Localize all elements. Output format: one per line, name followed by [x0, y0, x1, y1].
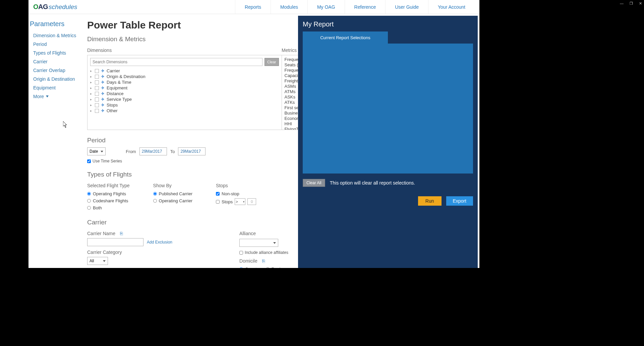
export-button[interactable]: Export [446, 196, 473, 206]
dimension-tree-item[interactable]: ▸✈Carrier [90, 68, 279, 74]
dimension-tree-item[interactable]: ▸✈Days & Time [90, 79, 279, 85]
stops-operator-select[interactable]: > [235, 198, 245, 205]
tree-item-label: Distance [107, 91, 124, 96]
add-carrier-icon[interactable]: ⎘ [120, 231, 123, 236]
nav-modules[interactable]: Modules [271, 0, 307, 14]
tree-item-label: Stops [107, 102, 118, 108]
alliance-select[interactable] [239, 239, 278, 247]
tree-checkbox[interactable] [95, 103, 99, 107]
stops-op-value: > [236, 200, 238, 204]
carrier-name-label: Carrier Name [87, 231, 115, 236]
tree-caret-icon: ▸ [90, 97, 93, 101]
logo-o: O [33, 3, 38, 10]
dimensions-label: Dimensions [87, 48, 282, 53]
tree-checkbox[interactable] [95, 69, 99, 73]
tree-caret-icon: ▸ [90, 109, 93, 113]
period-mode-select[interactable]: Date [87, 147, 106, 155]
domicile-country-label: Country [245, 267, 260, 268]
stops-count-input[interactable] [247, 198, 256, 205]
from-date-input[interactable] [139, 147, 167, 155]
nav-reports[interactable]: Reports [235, 0, 271, 14]
nav-your-account[interactable]: Your Account [428, 0, 475, 14]
sidebar-item-equipment[interactable]: Equipment [30, 83, 84, 92]
dimension-tree-item[interactable]: ▸✈Origin & Destination [90, 74, 279, 79]
domicile-region-radio[interactable] [266, 267, 270, 268]
nav-my-oag[interactable]: My OAG [307, 0, 345, 14]
current-selections-tab[interactable]: Current Report Selections [303, 31, 388, 44]
show-by-label: Show By [153, 183, 192, 188]
operating-carrier-radio[interactable] [153, 199, 157, 203]
both-radio[interactable] [87, 206, 91, 210]
dimension-tree-item[interactable]: ▸✈Other [90, 108, 279, 114]
window-maximize-icon[interactable]: ❐ [630, 1, 633, 6]
dimension-tree-item[interactable]: ▸✈Stops [90, 102, 279, 108]
sidebar-item-period[interactable]: Period [30, 40, 84, 49]
operating-flights-label: Operating Flights [93, 191, 126, 196]
dimension-tree-item[interactable]: ▸✈Service Type [90, 96, 279, 102]
stops-checkbox[interactable] [216, 200, 220, 204]
operating-carrier-label: Operating Carrier [159, 198, 192, 203]
carrier-category-value: All [90, 259, 94, 263]
top-bar: OAG schedules Reports Modules My OAG Ref… [28, 0, 479, 14]
operating-flights-radio[interactable] [87, 192, 91, 196]
tree-item-label: Origin & Destination [107, 74, 145, 79]
carrier-category-label: Carrier Category [87, 250, 172, 255]
tree-checkbox[interactable] [95, 92, 99, 96]
nav-reference[interactable]: Reference [345, 0, 386, 14]
tree-checkbox[interactable] [95, 109, 99, 113]
plane-icon: ✈ [101, 68, 105, 73]
stops-label: Stops [216, 183, 256, 188]
plane-icon: ✈ [101, 91, 105, 96]
tree-item-label: Days & Time [107, 80, 131, 85]
search-dimensions-input[interactable] [90, 58, 262, 66]
tree-checkbox[interactable] [95, 80, 99, 84]
clear-all-button[interactable]: Clear All [303, 179, 325, 187]
to-date-input[interactable] [178, 147, 206, 155]
add-exclusion-link[interactable]: Add Exclusion [147, 240, 172, 245]
sidebar-item-carrier[interactable]: Carrier [30, 57, 84, 66]
sidebar-item-more[interactable]: More [30, 92, 84, 101]
nonstop-label: Non-stop [222, 191, 239, 196]
plane-icon: ✈ [101, 80, 105, 85]
sidebar-item-origin-destination[interactable]: Origin & Destination [30, 75, 84, 83]
window-close-icon[interactable]: ✕ [639, 1, 642, 6]
published-carrier-radio[interactable] [153, 192, 157, 196]
sidebar-item-types-of-flights[interactable]: Types of Flights [30, 49, 84, 57]
window-minimize-icon[interactable]: — [620, 1, 624, 6]
both-label: Both [93, 205, 102, 210]
clear-button[interactable]: Clear [265, 58, 279, 66]
plane-icon: ✈ [101, 85, 105, 90]
nav-user-guide[interactable]: User Guide [385, 0, 428, 14]
period-mode-value: Date [90, 149, 98, 154]
carrier-category-select[interactable]: All [87, 257, 108, 265]
plane-icon: ✈ [101, 108, 105, 113]
tree-item-label: Service Type [107, 97, 132, 102]
sidebar-item-carrier-overlap[interactable]: Carrier Overlap [30, 66, 84, 75]
tree-caret-icon: ▸ [90, 103, 93, 107]
my-report-panel: My Report Current Report Selections Clea… [298, 16, 478, 268]
carrier-name-input[interactable] [87, 238, 143, 246]
selected-flight-type-label: Selected Flight Type [87, 183, 130, 188]
include-affiliates-label: Include alliance affiliates [245, 250, 288, 255]
domicile-region-label: Region [272, 267, 285, 268]
codeshare-flights-radio[interactable] [87, 199, 91, 203]
logo-schedules: schedules [49, 3, 77, 11]
add-domicile-icon[interactable]: ⎘ [262, 258, 265, 264]
dm-heading-text: Dimension & Metrics [87, 36, 145, 43]
use-time-series-checkbox[interactable] [87, 159, 91, 163]
include-affiliates-checkbox[interactable] [239, 251, 243, 255]
tree-checkbox[interactable] [95, 97, 99, 101]
dimension-tree-item[interactable]: ▸✈Distance [90, 91, 279, 96]
domicile-country-radio[interactable] [239, 267, 243, 268]
nonstop-checkbox[interactable] [216, 192, 220, 196]
dimension-tree-item[interactable]: ▸✈Equipment [90, 85, 279, 91]
tree-item-label: Other [107, 108, 118, 113]
tree-checkbox[interactable] [95, 86, 99, 90]
tree-caret-icon: ▸ [90, 92, 93, 95]
sidebar-more-label: More [33, 94, 44, 99]
flights-heading-text: Types of Flights [87, 171, 132, 178]
sidebar-item-dimension-metrics[interactable]: Dimension & Metrics [30, 31, 84, 40]
run-button[interactable]: Run [418, 196, 442, 206]
tree-checkbox[interactable] [95, 75, 99, 79]
logo: OAG schedules [33, 3, 77, 11]
